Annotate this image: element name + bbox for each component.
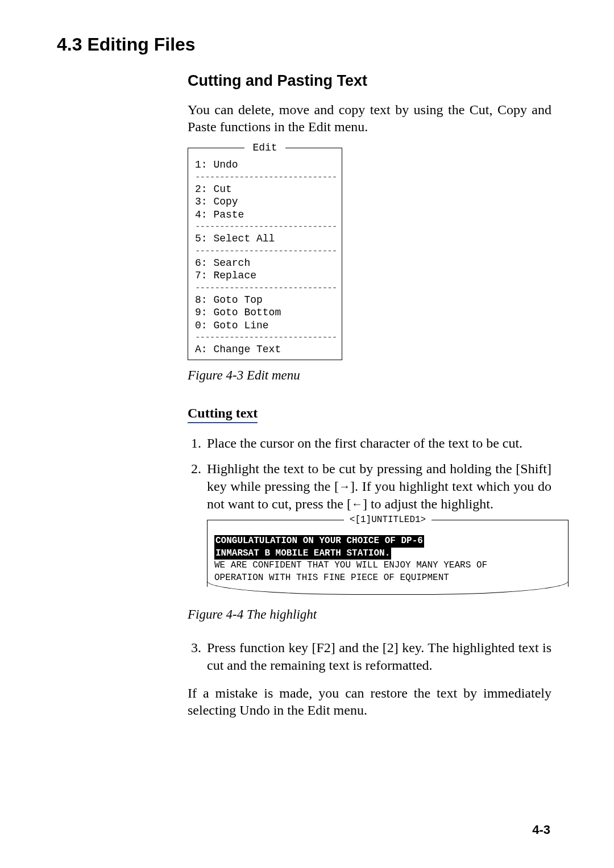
editor-content: CONGULATULATION ON YOUR CHOICE OF DP-6 I… [214, 535, 561, 584]
menu-item: 6: Search [195, 257, 342, 270]
editor-window: <[1]UNTITLED1> CONGULATULATION ON YOUR C… [207, 520, 569, 586]
page: 4.3 Editing Files Cutting and Pasting Te… [0, 0, 614, 868]
editor-line: WE ARE CONFIDENT THAT YOU WILL ENJOY MAN… [214, 560, 561, 572]
edit-menu-box: Edit 1: Undo ---------------------------… [188, 148, 342, 360]
menu-item: 5: Select All [195, 232, 342, 245]
menu-item: 9: Goto Bottom [195, 306, 342, 319]
menu-item: 1: Undo [195, 158, 342, 172]
edit-menu-legend-text: Edit [244, 142, 285, 153]
menu-item: 3: Copy [195, 195, 342, 208]
menu-separator: ----------------------------- [195, 332, 342, 343]
steps-list-1: Place the cursor on the first character … [188, 435, 551, 587]
subsection-title: Cutting and Pasting Text [188, 72, 551, 90]
menu-item: 2: Cut [195, 183, 342, 196]
figure-4-3-caption: Figure 4-3 Edit menu [188, 368, 551, 383]
cutting-text-heading: Cutting text [188, 406, 258, 423]
highlighted-text: INMARSAT B MOBILE EARTH STATION. [214, 548, 391, 560]
editor-line: INMARSAT B MOBILE EARTH STATION. [214, 548, 561, 560]
page-number: 4-3 [532, 823, 550, 837]
arrow-right-icon: → [339, 480, 350, 493]
arrow-left-icon: ← [351, 498, 363, 510]
closing-paragraph: If a mistake is made, you can restore th… [188, 685, 551, 719]
cutting-text-heading-wrap: Cutting text [188, 400, 551, 435]
menu-separator: ----------------------------- [195, 221, 342, 232]
menu-item: A: Change Text [195, 343, 342, 356]
highlighted-text: CONGULATULATION ON YOUR CHOICE OF DP-6 [214, 535, 424, 548]
step-2: Highlight the text to be cut by pressing… [205, 460, 551, 587]
intro-paragraph: You can delete, move and copy text by us… [188, 101, 551, 135]
step-3: Press function key [F2] and the [2] key.… [205, 639, 551, 674]
step-2-text-c: ] to adjust the highlight. [363, 496, 493, 511]
menu-separator: ----------------------------- [195, 172, 342, 183]
menu-separator: ----------------------------- [195, 282, 342, 294]
menu-item: 7: Replace [195, 269, 342, 282]
content-column: Cutting and Pasting Text You can delete,… [188, 72, 551, 719]
menu-separator: ----------------------------- [195, 245, 342, 257]
menu-item: 0: Goto Line [195, 319, 342, 332]
section-title: 4.3 Editing Files [57, 34, 551, 55]
step-1: Place the cursor on the first character … [205, 435, 551, 452]
menu-item: 4: Paste [195, 208, 342, 222]
editor-legend-text: <[1]UNTITLED1> [344, 515, 432, 525]
editor-line: CONGULATULATION ON YOUR CHOICE OF DP-6 [214, 535, 561, 548]
edit-menu-legend: Edit [188, 141, 342, 155]
edit-menu-lines: 1: Undo ----------------------------- 2:… [188, 148, 342, 356]
menu-item: 8: Goto Top [195, 294, 342, 307]
editor-line: OPERATION WITH THIS FINE PIECE OF EQUIPM… [214, 572, 561, 585]
steps-list-2: Press function key [F2] and the [2] key.… [188, 639, 551, 674]
editor-legend: <[1]UNTITLED1> [208, 514, 568, 527]
figure-4-4-caption: Figure 4-4 The highlight [188, 607, 551, 622]
